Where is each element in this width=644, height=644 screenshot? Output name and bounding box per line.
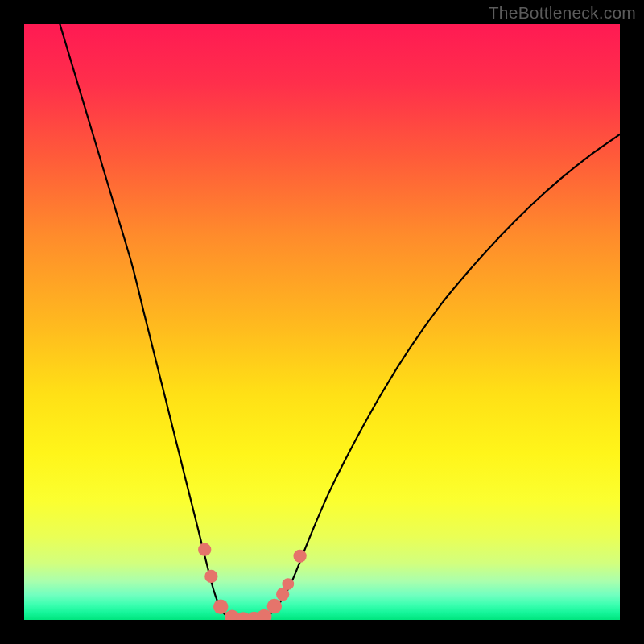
outer-frame: TheBottleneck.com bbox=[0, 0, 644, 644]
data-marker bbox=[213, 599, 229, 614]
watermark-text: TheBottleneck.com bbox=[489, 3, 636, 23]
chart-svg bbox=[24, 24, 620, 620]
data-marker bbox=[282, 578, 294, 590]
gradient-background bbox=[24, 24, 620, 620]
data-marker bbox=[293, 550, 306, 563]
data-marker bbox=[198, 543, 211, 556]
data-marker bbox=[204, 570, 217, 583]
plot-area bbox=[24, 24, 620, 620]
data-marker bbox=[267, 599, 283, 614]
